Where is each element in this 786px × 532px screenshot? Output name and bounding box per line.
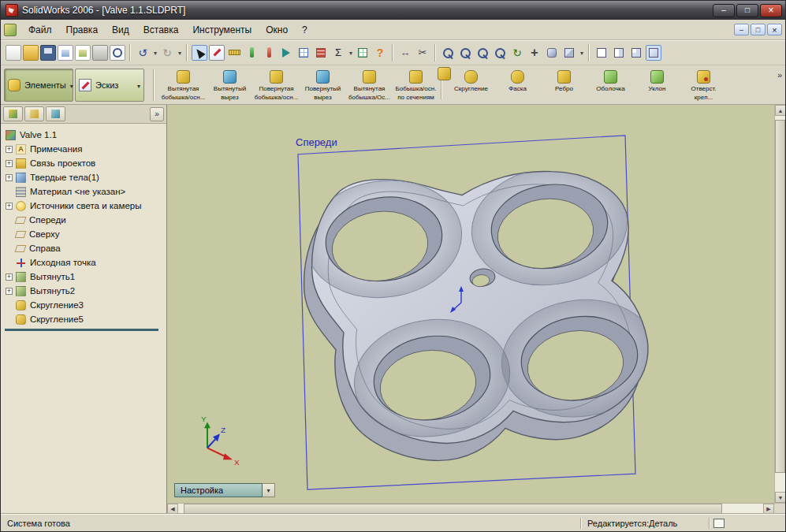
- settings-tab[interactable]: Настройка: [174, 483, 275, 497]
- sep-4[interactable]: [434, 44, 436, 61]
- tree-item[interactable]: + Источники света и камеры: [2, 199, 165, 213]
- feature-button[interactable]: Скругление: [448, 67, 494, 103]
- sep-2[interactable]: [186, 44, 188, 61]
- viewport-4-icon[interactable]: [628, 45, 644, 61]
- help-icon[interactable]: [372, 45, 388, 61]
- feature-button[interactable]: Уклон: [634, 67, 680, 103]
- tree-item[interactable]: Скругление3: [2, 298, 165, 312]
- model-canvas[interactable]: Спереди Y X Z: [167, 105, 774, 503]
- constraint-red-icon[interactable]: [261, 45, 277, 61]
- tree-item[interactable]: Исходная точка: [2, 255, 165, 270]
- feature-button[interactable]: Ребро: [541, 67, 587, 103]
- command-manager-tab[interactable]: Элементы: [4, 69, 73, 102]
- menu-item[interactable]: Правка: [59, 22, 106, 38]
- select-icon[interactable]: [192, 45, 207, 61]
- tree-expander[interactable]: +: [6, 273, 13, 281]
- panel-tab[interactable]: [46, 106, 65, 121]
- tree-item[interactable]: + Вытянуть1: [2, 270, 165, 284]
- menu-item[interactable]: Вставка: [136, 22, 186, 38]
- tree-expander[interactable]: +: [6, 288, 13, 295]
- doc-minimize-button[interactable]: [734, 24, 749, 35]
- viewport-single-icon[interactable]: [646, 45, 661, 61]
- panel-tab[interactable]: [24, 106, 44, 121]
- open-icon[interactable]: [23, 45, 39, 61]
- tree-item[interactable]: + Примечания: [2, 142, 165, 156]
- feature-button[interactable]: Оболочка: [587, 67, 634, 103]
- scroll-down-icon[interactable]: ▼: [775, 492, 786, 503]
- settings-tab-dropdown-icon[interactable]: [263, 483, 275, 497]
- feature-button[interactable]: Вытянутая бобышка/осн...: [160, 67, 207, 103]
- zoom-selection-icon[interactable]: [492, 45, 508, 61]
- vertical-scrollbar[interactable]: ▲ ▼: [774, 105, 785, 503]
- print-icon[interactable]: [92, 45, 108, 61]
- feature-button[interactable]: Повернутая бобышка/осн...: [253, 67, 300, 103]
- tree-item[interactable]: Спереди: [2, 213, 165, 227]
- view-orientation-icon[interactable]: [561, 45, 577, 61]
- viewport-2-icon[interactable]: [611, 45, 627, 61]
- zoom-area-icon[interactable]: [440, 45, 456, 61]
- sketch-icon[interactable]: [209, 45, 225, 61]
- feature-button[interactable]: Фаска: [494, 67, 541, 103]
- chevron-down-icon[interactable]: [137, 80, 140, 90]
- menu-item[interactable]: ?: [295, 22, 315, 38]
- feature-button[interactable]: Бобышка/осн. по сечениям: [393, 67, 439, 103]
- measure-icon[interactable]: [397, 45, 413, 61]
- scroll-right-icon[interactable]: ▶: [763, 504, 774, 515]
- tree-item[interactable]: Материал <не указан>: [2, 184, 165, 199]
- make-drawing-icon[interactable]: [58, 45, 73, 61]
- settings-tab-label[interactable]: Настройка: [174, 483, 263, 497]
- tree-expander[interactable]: +: [6, 174, 13, 181]
- shaded-icon[interactable]: [544, 45, 560, 61]
- horizontal-scroll-thumb[interactable]: [184, 504, 722, 514]
- sep-3[interactable]: [392, 44, 393, 61]
- scroll-up-icon[interactable]: ▲: [775, 105, 786, 116]
- make-assembly-icon[interactable]: [75, 45, 91, 61]
- tree-item[interactable]: Скругление5: [2, 312, 165, 326]
- rotate-view-icon[interactable]: [509, 45, 525, 61]
- horizontal-scrollbar[interactable]: ◀ ▶: [167, 503, 785, 514]
- toolbar-overflow-chevron[interactable]: »: [777, 70, 782, 80]
- minimize-button[interactable]: [713, 4, 735, 17]
- chevron-down-icon[interactable]: [70, 80, 73, 90]
- flag-icon[interactable]: [278, 45, 294, 61]
- graphics-area[interactable]: Спереди Y X Z: [167, 105, 774, 503]
- feature-button[interactable]: Вытянутая бобышка/Ос...: [346, 67, 393, 103]
- new-icon[interactable]: [6, 45, 21, 61]
- doc-close-button[interactable]: [767, 24, 782, 35]
- print-preview-icon[interactable]: [110, 45, 125, 61]
- feature-button[interactable]: [441, 67, 446, 100]
- menu-item[interactable]: Вид: [105, 22, 136, 38]
- redo-icon[interactable]: [159, 45, 175, 61]
- equations-icon[interactable]: [330, 45, 346, 61]
- feature-button[interactable]: Отверст. креп...: [680, 67, 727, 103]
- tree-item[interactable]: + Вытянуть2: [2, 284, 165, 298]
- save-icon[interactable]: [40, 45, 56, 61]
- menu-item[interactable]: Файл: [21, 22, 59, 38]
- tree-root[interactable]: Valve 1.1: [2, 128, 165, 142]
- tree-item[interactable]: Справа: [2, 241, 165, 255]
- scroll-left-icon[interactable]: ◀: [167, 504, 178, 515]
- tree-item[interactable]: + Твердые тела(1): [2, 170, 165, 184]
- menu-item[interactable]: Инструменты: [185, 22, 259, 38]
- menu-item[interactable]: Окно: [259, 22, 295, 38]
- grid-icon[interactable]: [296, 45, 311, 61]
- status-toggle-icon[interactable]: [710, 516, 728, 530]
- feature-button[interactable]: Повернутый вырез: [300, 67, 346, 103]
- viewport-1-icon[interactable]: [594, 45, 609, 61]
- sep-5[interactable]: [588, 44, 590, 61]
- feature-button[interactable]: Вытянутый вырез: [207, 67, 253, 103]
- hatch-icon[interactable]: [313, 45, 329, 61]
- tree-expander[interactable]: +: [6, 146, 13, 153]
- zoom-in-out-icon[interactable]: [457, 45, 473, 61]
- vertical-scroll-thumb[interactable]: [775, 120, 785, 473]
- maximize-button[interactable]: [736, 4, 758, 17]
- undo-icon[interactable]: [135, 45, 151, 61]
- trim-icon[interactable]: [415, 45, 430, 61]
- tree-item[interactable]: + Связь проектов: [2, 156, 165, 170]
- constraint-green-icon[interactable]: [244, 45, 259, 61]
- rollback-bar[interactable]: [5, 329, 158, 331]
- pan-icon[interactable]: [527, 45, 542, 61]
- zoom-fit-icon[interactable]: [475, 45, 490, 61]
- panel-tab[interactable]: [3, 106, 23, 121]
- dimension-icon[interactable]: [226, 45, 242, 61]
